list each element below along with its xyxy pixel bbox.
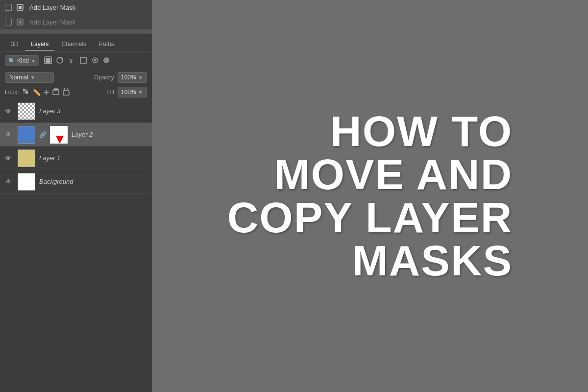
hero-line1: HOW TO bbox=[227, 110, 513, 153]
layer-mask-icon-1 bbox=[16, 2, 25, 12]
checkbox-2 bbox=[5, 19, 12, 25]
layers-list: 👁 Layer 3 👁 🔗 Layer 2 👁 Layer 1 👁 Backg bbox=[0, 99, 152, 392]
tab-layers[interactable]: Layers bbox=[25, 38, 54, 51]
menu-area: Add Layer Mask Add Layer Mask bbox=[0, 0, 152, 29]
hero-line3: COPY LAYER bbox=[227, 196, 513, 239]
hero-line2: MOVE AND bbox=[227, 153, 513, 196]
shape-filter-icon[interactable] bbox=[79, 56, 87, 66]
svg-text:T: T bbox=[69, 57, 73, 64]
pixel-filter-icon[interactable] bbox=[44, 56, 52, 66]
opacity-section: Opacity: 100% ▼ bbox=[94, 72, 147, 83]
tabs-row: 3D Layers Channels Paths bbox=[0, 34, 152, 51]
opacity-input[interactable]: 100% ▼ bbox=[118, 72, 147, 83]
layer-item-layer2[interactable]: 👁 🔗 Layer 2 bbox=[0, 123, 152, 147]
layer3-visibility-icon[interactable]: 👁 bbox=[5, 107, 14, 115]
hero-panel: HOW TO MOVE AND COPY LAYER MASKS bbox=[152, 0, 588, 392]
layer2-thumbnail bbox=[18, 126, 35, 144]
layer-item-layer1[interactable]: 👁 Layer 1 bbox=[0, 147, 152, 170]
lock-icons: ✏️ ✛ bbox=[22, 88, 70, 97]
blend-mode-chevron-icon: ▼ bbox=[30, 75, 35, 80]
blend-opacity-row: Normal ▼ Opacity: 100% ▼ bbox=[0, 70, 152, 85]
opacity-label: Opacity: bbox=[94, 74, 116, 81]
checkbox-1[interactable] bbox=[5, 4, 12, 11]
filter-chevron-icon: ▼ bbox=[31, 58, 36, 64]
tab-3d[interactable]: 3D bbox=[5, 38, 24, 51]
filter-row: 🔍 Kind ▼ T bbox=[0, 51, 152, 70]
lock-all-icon[interactable] bbox=[63, 88, 70, 97]
lock-position-icon[interactable]: ✛ bbox=[44, 89, 49, 96]
lock-transparent-icon[interactable] bbox=[22, 88, 30, 97]
layer2-mask-thumbnail bbox=[50, 126, 68, 144]
adjustment-filter-icon[interactable] bbox=[56, 56, 64, 66]
blend-mode-label: Normal bbox=[9, 74, 28, 81]
svg-rect-13 bbox=[25, 91, 28, 94]
lock-image-icon[interactable]: ✏️ bbox=[33, 89, 41, 96]
svg-point-11 bbox=[103, 57, 109, 63]
svg-rect-14 bbox=[23, 91, 25, 94]
filter-kind-dropdown[interactable]: 🔍 Kind ▼ bbox=[5, 55, 39, 66]
layer1-name: Layer 1 bbox=[39, 154, 60, 162]
blend-mode-dropdown[interactable]: Normal ▼ bbox=[5, 72, 54, 83]
layer1-thumbnail bbox=[18, 149, 35, 167]
fill-chevron-icon: ▼ bbox=[138, 90, 143, 95]
layer-item-layer3[interactable]: 👁 Layer 3 bbox=[0, 99, 152, 123]
filter-icons: T bbox=[44, 56, 110, 66]
layer3-name: Layer 3 bbox=[39, 107, 60, 115]
layer2-name: Layer 2 bbox=[72, 131, 93, 138]
opacity-value: 100% bbox=[121, 74, 136, 81]
fill-label: Fill: bbox=[106, 89, 116, 96]
add-layer-mask-label-2: Add Layer Mask bbox=[29, 19, 75, 26]
fill-input[interactable]: 100% ▼ bbox=[118, 87, 147, 98]
add-layer-mask-item-2: Add Layer Mask bbox=[0, 15, 152, 29]
type-filter-icon[interactable]: T bbox=[68, 56, 75, 66]
tab-paths[interactable]: Paths bbox=[93, 38, 120, 51]
top-divider bbox=[0, 29, 152, 34]
smart-filter-icon[interactable] bbox=[91, 56, 99, 66]
svg-point-10 bbox=[94, 59, 96, 61]
fill-value: 100% bbox=[121, 89, 136, 96]
filter-kind-label: Kind bbox=[17, 57, 29, 64]
svg-rect-1 bbox=[19, 6, 22, 9]
hero-text: HOW TO MOVE AND COPY LAYER MASKS bbox=[227, 110, 513, 282]
add-layer-mask-label-1: Add Layer Mask bbox=[29, 4, 75, 11]
search-icon: 🔍 bbox=[8, 58, 15, 64]
svg-rect-5 bbox=[46, 58, 50, 63]
fill-section: Fill: 100% ▼ bbox=[106, 87, 147, 98]
layer-item-background[interactable]: 👁 Background bbox=[0, 170, 152, 194]
background-thumbnail bbox=[18, 173, 35, 191]
filter-toggle[interactable] bbox=[103, 57, 110, 65]
layer1-visibility-icon[interactable]: 👁 bbox=[5, 154, 14, 162]
lock-fill-row: Lock: ✏️ ✛ bbox=[0, 85, 152, 99]
lock-artboard-icon[interactable] bbox=[52, 88, 60, 97]
svg-rect-3 bbox=[19, 21, 22, 24]
layer2-visibility-icon[interactable]: 👁 bbox=[5, 131, 14, 139]
svg-rect-8 bbox=[80, 57, 86, 63]
svg-rect-18 bbox=[63, 91, 69, 95]
svg-rect-12 bbox=[23, 89, 25, 91]
layer3-thumbnail bbox=[18, 102, 35, 120]
lock-label: Lock: bbox=[5, 89, 19, 96]
background-name: Background bbox=[39, 178, 73, 185]
layers-panel: Add Layer Mask Add Layer Mask 3D Layers … bbox=[0, 0, 152, 392]
layer-mask-icon-2 bbox=[16, 17, 25, 27]
tab-channels[interactable]: Channels bbox=[55, 38, 92, 51]
background-visibility-icon[interactable]: 👁 bbox=[5, 178, 14, 186]
svg-rect-15 bbox=[25, 89, 28, 91]
add-layer-mask-item-1[interactable]: Add Layer Mask bbox=[0, 0, 152, 15]
opacity-chevron-icon: ▼ bbox=[138, 75, 143, 80]
hero-line4: MASKS bbox=[227, 239, 513, 282]
layer2-link-icon: 🔗 bbox=[39, 131, 46, 138]
